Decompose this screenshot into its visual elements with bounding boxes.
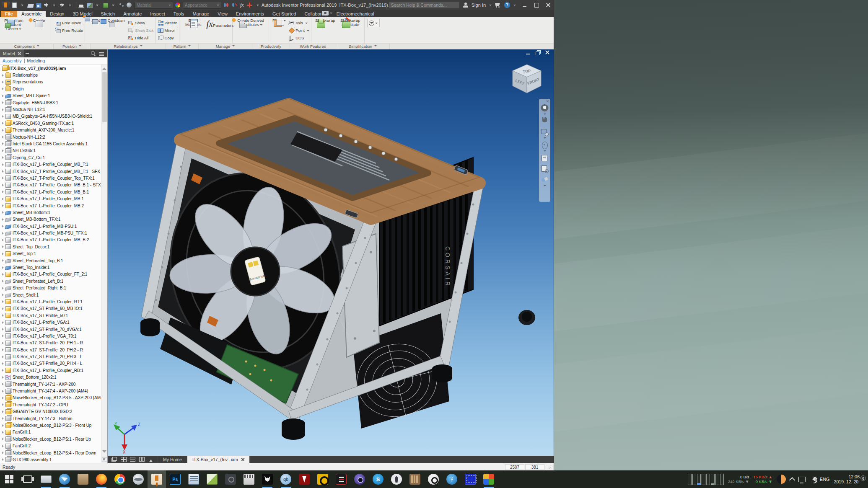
language-indicator[interactable]: ENG [820,477,830,482]
tree-item[interactable]: ASRock_B450_Gaming-ITX.ac:1 [0,120,101,127]
zoom-window-icon[interactable] [541,128,549,136]
tree-item[interactable]: ITX-Box_v17_L-Profile_Coupler_RB:1 [0,367,101,374]
expand-chevron-icon[interactable] [1,155,5,160]
parameters-fx-icon[interactable]: fx [239,2,245,8]
network-speed-up[interactable]: 15 KB/s ▲ 9 KB/s ▼ [754,475,772,484]
expand-chevron-icon[interactable] [1,197,5,201]
expand-chevron-icon[interactable] [1,396,5,400]
adjust-appearance-icon[interactable] [223,2,230,8]
copy-button[interactable]: Copy [158,34,178,41]
bill-of-materials-button[interactable]: Bill of Materials [181,18,205,27]
tab-overflow[interactable] [322,11,332,16]
tree-item[interactable]: ITX-Box_v17_T-Profile_Coupler_MB_B:1 - S… [0,182,101,188]
taskbar-icon[interactable] [314,470,332,488]
create-component-button[interactable]: Create [27,18,51,23]
expand-up-icon[interactable] [148,457,154,462]
taskbar-icon[interactable] [387,470,406,488]
expand-chevron-icon[interactable] [1,300,5,304]
create-derived-substitutes-button[interactable]: Create Derived Substitutes [234,18,267,27]
constrain-button[interactable]: Constrain [105,18,127,23]
tree-item[interactable]: MB_Gigabyte-GA-H55N-USB3-IO-Shield:1 [0,113,101,120]
tree-item[interactable]: Relationships [0,72,101,78]
chevron-down-icon[interactable] [110,2,117,8]
ribbon-tab[interactable]: Electromechanical [332,11,378,17]
cpu-meter-widget[interactable] [688,474,724,485]
taskbar-icon[interactable] [74,470,92,488]
expand-chevron-icon[interactable] [1,451,5,455]
expand-chevron-icon[interactable] [1,341,5,345]
tree-item[interactable]: NoiseBlocker_eLoop_B12-PS:1 - Rear Up [0,436,101,442]
expand-chevron-icon[interactable] [1,252,5,256]
tree-item[interactable]: Sheet_MB-Bottom:1 [0,209,101,216]
parameters-button[interactable]: fxParameters [206,18,231,29]
chevron-down-icon[interactable] [94,2,101,8]
expand-chevron-icon[interactable] [1,231,5,235]
add-icon[interactable] [246,2,253,8]
moon-phase-icon[interactable] [777,475,786,484]
expand-chevron-icon[interactable] [1,375,5,380]
expand-chevron-icon[interactable] [1,307,5,311]
tree-item[interactable]: ITX-Box_v17_ST-Profile_50:1 [0,312,101,319]
tree-item[interactable]: ITX-Box_v17_ST-Profile_20_PH:3 - L [0,353,101,360]
network-status-icon[interactable] [798,477,806,482]
chevron-down-icon[interactable] [19,2,26,8]
tree-item[interactable]: Noctua-NH-L12:1 [0,106,101,113]
ribbon-tab[interactable]: Manage [188,11,213,17]
browser-panes-icon[interactable] [102,457,107,462]
taskbar-icon[interactable] [221,470,240,488]
tree-item[interactable]: Sheet_Perforated_Top_B:1 [0,257,101,264]
close-icon[interactable] [241,458,244,461]
expand-chevron-icon[interactable] [1,238,5,242]
expand-chevron-icon[interactable] [1,293,5,297]
orbit-icon[interactable] [541,141,549,149]
tree-item[interactable]: ITX-Box_v17_L-Profile_Coupler_MB_B:2 [0,237,101,243]
mirror-button[interactable]: Mirror [158,27,178,34]
tree-item[interactable]: Origin [0,85,101,92]
material-combo[interactable]: Material [135,2,173,9]
chevron-down-icon[interactable] [513,5,516,7]
search-icon[interactable] [91,51,96,56]
tree-item[interactable]: NH-L9X65:1 [0,147,101,154]
expand-chevron-icon[interactable] [1,245,5,249]
expand-chevron-icon[interactable] [1,121,5,125]
taskbar-icon[interactable] [184,470,203,488]
taskbar-icon[interactable] [92,470,111,488]
cart-icon[interactable] [495,3,501,8]
pan-icon[interactable] [541,117,549,125]
expand-chevron-icon[interactable] [1,382,5,386]
tree-item[interactable]: ITX-Box_v17_L-Profile_VGA_70:1 [0,333,101,339]
tab-document-active[interactable]: ITX-Box_v17_(Inv...iam [187,456,250,463]
expand-chevron-icon[interactable] [1,410,5,414]
expand-chevron-icon[interactable] [1,437,5,441]
expand-chevron-icon[interactable] [1,217,5,222]
inventor-logo-icon[interactable] [2,2,10,8]
close-icon[interactable] [18,52,21,55]
expand-chevron-icon[interactable] [1,190,5,194]
new-file-icon[interactable] [11,2,18,8]
tree-item[interactable]: ITX-Box_v17_ST-Profile_60_MB-IO:1 [0,305,101,312]
component-group-label[interactable]: Component [0,44,54,49]
tree-item[interactable]: ITX-Box_v17_L-Profile_MB-PSU:1 [0,223,101,230]
tree-item[interactable]: Sheet_Bottom_120x2:1 [0,374,101,381]
expand-chevron-icon[interactable] [1,163,5,167]
tree-item[interactable]: ITX-Box_v17_L-Profile_Coupler_MB:1 [0,195,101,202]
tree-item[interactable]: Thermalright_TY-147:1 - AXP-200 [0,381,101,387]
expand-chevron-icon[interactable] [1,80,5,84]
doc-minimize-button[interactable] [526,50,531,55]
free-rotate-button[interactable]: Free Rotate [55,27,83,34]
chevron-down-icon[interactable] [544,185,546,188]
expand-chevron-icon[interactable] [1,389,5,393]
volume-icon[interactable] [810,477,816,482]
tile-windows-icon[interactable] [121,457,126,462]
resize-grip[interactable] [547,465,551,469]
ribbon-tab[interactable]: Design [46,11,68,17]
tree-item[interactable]: FanGrill:1 [0,429,101,436]
tree-item[interactable]: Sheet_Top_Decor:1 [0,243,101,250]
tree-item[interactable]: FanGrill:2 [0,442,101,449]
tree-item[interactable]: ITX-Box_v17_ST-Profile_70_dVGA:1 [0,326,101,333]
taskbar-icon[interactable] [240,470,258,488]
manage-group-label[interactable]: Manage [199,44,252,49]
tree-item[interactable]: NoiseBlocker_eLoop_B12-PS:4 - Rear Down [0,449,101,456]
tree-root[interactable]: ITX-Box_v17_(Inv2019).iam [0,65,101,72]
axis-button[interactable]: Axis [288,19,309,26]
